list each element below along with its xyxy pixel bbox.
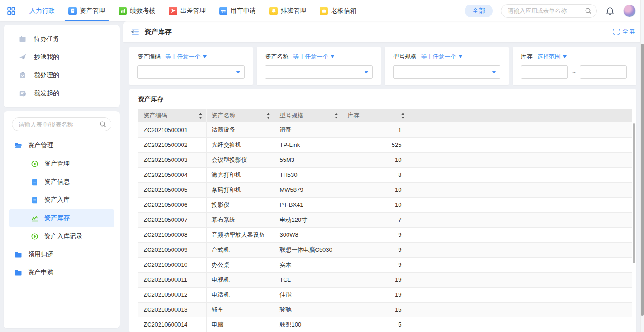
table-row[interactable]: ZC20210500003 会议型投影仪 55M3 10 <box>138 152 632 167</box>
cell-asset-name[interactable]: 幕布系统 <box>206 212 274 227</box>
cell-asset-code[interactable]: ZC20210500013 <box>138 302 206 317</box>
cell-asset-name[interactable]: 光纤交换机 <box>206 137 274 152</box>
cell-asset-name[interactable]: 电视机 <box>206 272 274 287</box>
tab-shift-schedule[interactable]: 排班管理 <box>269 0 306 21</box>
filter-operator-dropdown[interactable]: 等于任意一个 <box>293 53 334 61</box>
sort-icon[interactable] <box>198 113 202 119</box>
cell-asset-code[interactable]: ZC20210500010 <box>138 257 206 272</box>
cell-stock[interactable]: 19 <box>342 287 409 302</box>
collapse-sidebar-icon[interactable] <box>130 28 139 35</box>
cell-asset-code[interactable]: ZC20210500001 <box>138 122 206 137</box>
notification-bell-icon[interactable] <box>605 6 615 16</box>
cell-asset-name[interactable]: 电话机 <box>206 287 274 302</box>
cell-model-spec[interactable]: 55M3 <box>274 152 342 167</box>
search-icon[interactable] <box>585 7 592 15</box>
cell-stock[interactable]: 10 <box>342 197 409 212</box>
cell-model-spec[interactable]: 佳能 <box>274 287 342 302</box>
cell-model-spec[interactable]: 骏驰 <box>274 302 342 317</box>
cell-model-spec[interactable]: 实木 <box>274 257 342 272</box>
sidebar-item-cc-to-me[interactable]: 抄送我的 <box>4 48 120 66</box>
table-row[interactable]: ZC20210500007 幕布系统 电动120寸 7 <box>138 212 632 227</box>
app-search-input[interactable] <box>501 4 597 18</box>
tab-hr-admin[interactable]: 人力行政 <box>29 0 55 21</box>
sort-icon[interactable] <box>334 113 338 119</box>
cell-asset-code[interactable]: ZC20210500007 <box>138 212 206 227</box>
cell-model-spec[interactable]: 电动120寸 <box>274 212 342 227</box>
table-row[interactable]: ZC20210500002 光纤交换机 TP-Link 525 <box>138 137 632 152</box>
sidebar-item-handled-by-me[interactable]: 我处理的 <box>4 66 120 84</box>
combobox-dropdown-button[interactable] <box>360 66 372 78</box>
table-row[interactable]: ZC20210500013 轿车 骏驰 15 <box>138 302 632 317</box>
stock-max-input[interactable] <box>580 65 627 79</box>
column-header-model-spec[interactable]: 型号规格 <box>274 109 342 122</box>
cell-asset-name[interactable]: 音频功率放大器设备 <box>206 227 274 242</box>
cell-asset-code[interactable]: ZC20210500003 <box>138 152 206 167</box>
tree-folder-asset-management[interactable]: 资产管理 <box>4 137 120 155</box>
column-header-asset-code[interactable]: 资产编码 <box>138 109 206 122</box>
cell-asset-name[interactable]: 话筒设备 <box>206 122 274 137</box>
cell-asset-name[interactable]: 办公桌 <box>206 257 274 272</box>
cell-asset-name[interactable]: 会议型投影仪 <box>206 152 274 167</box>
cell-model-spec[interactable]: 300W8 <box>274 227 342 242</box>
cell-model-spec[interactable]: PT-BX41 <box>274 197 342 212</box>
cell-stock[interactable]: 7 <box>342 212 409 227</box>
cell-asset-code[interactable]: ZC20210600014 <box>138 317 206 332</box>
cell-asset-name[interactable]: 条码打印机 <box>206 182 274 197</box>
table-row[interactable]: ZC20210500009 台式机 联想一体电脑C5030 9 <box>138 242 632 257</box>
cell-asset-code[interactable]: ZC20210500008 <box>138 227 206 242</box>
form-search-input[interactable] <box>12 117 111 131</box>
filter-asset-name-input[interactable] <box>265 66 360 78</box>
filter-model-spec-input[interactable] <box>394 66 488 78</box>
cell-asset-code[interactable]: ZC20210500012 <box>138 287 206 302</box>
tab-performance[interactable]: 绩效考核 <box>119 0 155 21</box>
table-row[interactable]: ZC20210600014 电脑 联想100 5 <box>138 317 632 332</box>
cell-model-spec[interactable]: 谱奇 <box>274 122 342 137</box>
column-header-stock[interactable]: 库存 <box>342 109 409 122</box>
cell-model-spec[interactable]: TH530 <box>274 167 342 182</box>
filter-operator-dropdown[interactable]: 等于任意一个 <box>421 53 462 61</box>
sort-icon[interactable] <box>401 113 405 119</box>
table-row[interactable]: ZC20210500006 投影仪 PT-BX41 10 <box>138 197 632 212</box>
cell-stock[interactable]: 8 <box>342 167 409 182</box>
table-row[interactable]: ZC20210500001 话筒设备 谱奇 1 <box>138 122 632 137</box>
fullscreen-button[interactable]: 全屏 <box>613 28 635 36</box>
cell-stock[interactable]: 1 <box>342 122 409 137</box>
tree-item-asset-info[interactable]: 资产信息 <box>4 173 120 191</box>
cell-asset-name[interactable]: 激光打印机 <box>206 167 274 182</box>
tab-vehicle-request[interactable]: 用车申请 <box>219 0 256 21</box>
tree-item-asset-inbound[interactable]: 资产入库 <box>4 191 120 209</box>
tree-item-asset-inventory[interactable]: 资产库存 <box>9 209 114 227</box>
table-row[interactable]: ZC20210500012 电话机 佳能 19 <box>138 287 632 302</box>
cell-asset-code[interactable]: ZC20210500009 <box>138 242 206 257</box>
filter-asset-code-input[interactable] <box>138 66 232 78</box>
cell-stock[interactable]: 525 <box>342 137 409 152</box>
tree-folder-borrow-return[interactable]: 领用归还 <box>4 245 120 264</box>
cell-asset-name[interactable]: 电脑 <box>206 317 274 332</box>
cell-asset-code[interactable]: ZC20210500006 <box>138 197 206 212</box>
sidebar-item-initiated-by-me[interactable]: 我发起的 <box>4 84 120 103</box>
cell-stock[interactable]: 19 <box>342 272 409 287</box>
tree-folder-asset-purchase[interactable]: 资产申购 <box>4 264 120 282</box>
filter-operator-dropdown[interactable]: 等于任意一个 <box>165 53 207 61</box>
all-apps-button[interactable]: 全部 <box>465 5 493 17</box>
sidebar-item-todo-tasks[interactable]: 待办任务 <box>4 30 120 48</box>
cell-asset-code[interactable]: ZC20210500005 <box>138 182 206 197</box>
cell-model-spec[interactable]: 联想100 <box>274 317 342 332</box>
user-avatar[interactable] <box>623 5 636 17</box>
column-header-asset-name[interactable]: 资产名称 <box>206 109 274 122</box>
cell-model-spec[interactable]: 联想一体电脑C5030 <box>274 242 342 257</box>
cell-asset-code[interactable]: ZC20210500004 <box>138 167 206 182</box>
cell-asset-name[interactable]: 台式机 <box>206 242 274 257</box>
cell-asset-name[interactable]: 轿车 <box>206 302 274 317</box>
cell-asset-code[interactable]: ZC20210500002 <box>138 137 206 152</box>
sort-icon[interactable] <box>266 113 270 119</box>
table-row[interactable]: ZC20210500005 条码打印机 MW5879 10 <box>138 182 632 197</box>
cell-stock[interactable]: 9 <box>342 242 409 257</box>
table-row[interactable]: ZC20210500011 电视机 TCL 19 <box>138 272 632 287</box>
stock-min-input[interactable] <box>521 65 568 79</box>
combobox-dropdown-button[interactable] <box>232 66 244 78</box>
filter-operator-dropdown[interactable]: 选择范围 <box>537 53 567 61</box>
cell-stock[interactable]: 9 <box>342 257 409 272</box>
cell-asset-name[interactable]: 投影仪 <box>206 197 274 212</box>
table-row[interactable]: ZC20210500010 办公桌 实木 9 <box>138 257 632 272</box>
